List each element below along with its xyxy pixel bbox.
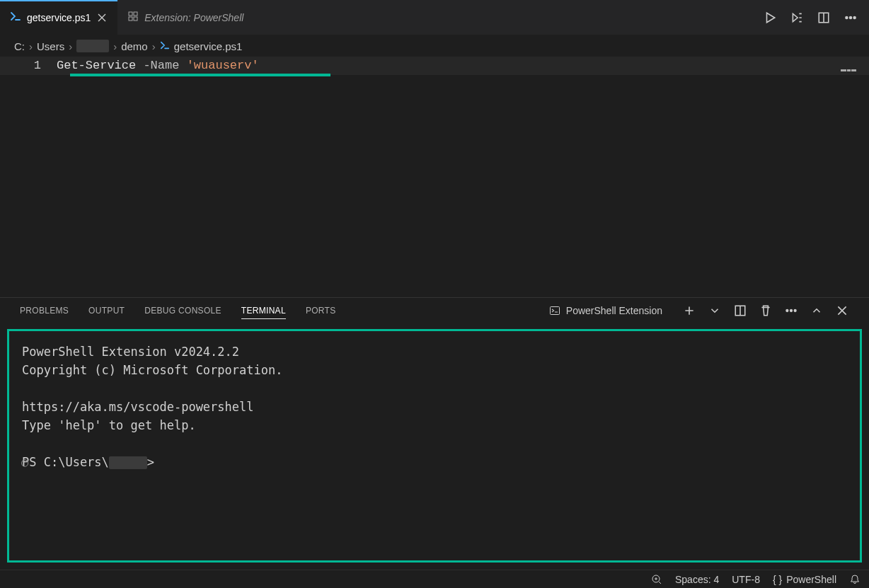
run-icon[interactable] xyxy=(763,11,777,25)
close-panel-icon[interactable] xyxy=(835,304,849,318)
chevron-right-icon: › xyxy=(152,40,156,52)
code-editor[interactable]: 1 Get-Service -Name 'wuauserv' xyxy=(0,57,869,297)
close-icon[interactable] xyxy=(96,12,108,23)
highlight-underline xyxy=(70,74,330,76)
tab-output[interactable]: OUTPUT xyxy=(88,303,125,318)
breadcrumb-seg: getservice.ps1 xyxy=(174,40,243,52)
status-encoding[interactable]: UTF-8 xyxy=(732,574,760,585)
chevron-down-icon[interactable] xyxy=(708,304,722,318)
code-line[interactable]: Get-Service -Name 'wuauserv' xyxy=(57,57,259,75)
run-below-icon[interactable] xyxy=(790,11,804,25)
minimap[interactable] xyxy=(841,59,863,64)
svg-rect-1 xyxy=(134,12,137,16)
status-language[interactable]: { } PowerShell xyxy=(773,574,836,585)
breadcrumb[interactable]: C: › Users › › demo › getservice.ps1 xyxy=(0,35,869,57)
chevron-right-icon: › xyxy=(29,40,33,52)
svg-rect-2 xyxy=(129,17,132,21)
tab-terminal[interactable]: TERMINAL xyxy=(241,303,286,319)
terminal-output[interactable]: PowerShell Extension v2024.2.2 Copyright… xyxy=(7,329,862,563)
breadcrumb-seg: C: xyxy=(14,40,25,52)
svg-rect-3 xyxy=(134,17,137,21)
status-spaces[interactable]: Spaces: 4 xyxy=(675,574,719,585)
powershell-icon xyxy=(160,40,170,52)
editor-actions xyxy=(752,0,869,35)
status-bar: Spaces: 4 UTF-8 { } PowerShell xyxy=(0,570,869,588)
split-terminal-icon[interactable] xyxy=(733,304,747,318)
tab-problems[interactable]: PROBLEMS xyxy=(20,303,69,318)
prompt-indicator-icon: ○ xyxy=(21,453,28,471)
svg-point-12 xyxy=(794,310,796,312)
terminal-line: Type 'help' to get help. xyxy=(22,416,847,434)
trash-icon[interactable] xyxy=(759,304,773,318)
status-zoom[interactable] xyxy=(651,574,662,585)
powershell-icon xyxy=(10,11,21,24)
prompt-user-redacted xyxy=(109,456,147,469)
panel-tabs: PROBLEMS OUTPUT DEBUG CONSOLE TERMINAL P… xyxy=(0,298,869,323)
new-terminal-icon[interactable] xyxy=(682,304,696,318)
svg-rect-8 xyxy=(550,307,559,315)
tab-label: Extension: PowerShell xyxy=(144,12,243,23)
breadcrumb-seg: Users xyxy=(37,40,64,52)
svg-point-5 xyxy=(846,16,848,18)
split-editor-icon[interactable] xyxy=(817,11,831,25)
tab-label: getservice.ps1 xyxy=(27,12,91,23)
svg-point-6 xyxy=(850,16,852,18)
svg-point-10 xyxy=(786,310,788,312)
bottom-panel: PROBLEMS OUTPUT DEBUG CONSOLE TERMINAL P… xyxy=(0,297,869,570)
svg-rect-0 xyxy=(129,12,132,16)
svg-point-7 xyxy=(853,16,856,18)
chevron-right-icon: › xyxy=(113,40,117,52)
tab-extension[interactable]: Extension: PowerShell xyxy=(117,0,253,35)
terminal-line: https://aka.ms/vscode-powershell xyxy=(22,398,847,416)
terminal-line: PowerShell Extension v2024.2.2 xyxy=(22,342,847,361)
svg-point-11 xyxy=(790,310,793,312)
more-icon[interactable] xyxy=(784,304,798,318)
more-icon[interactable] xyxy=(844,11,858,25)
terminal-line: Copyright (c) Microsoft Corporation. xyxy=(22,361,847,379)
terminal-prompt[interactable]: ○ PS C:\Users\> xyxy=(22,453,847,471)
tab-ports[interactable]: PORTS xyxy=(306,303,336,318)
braces-icon: { } xyxy=(773,574,782,585)
tab-bar: getservice.ps1 Extension: PowerShell xyxy=(0,0,869,35)
status-bell-icon[interactable] xyxy=(849,574,861,585)
chevron-up-icon[interactable] xyxy=(810,304,824,318)
line-number: 1 xyxy=(0,57,57,75)
tab-active-file[interactable]: getservice.ps1 xyxy=(0,0,117,35)
terminal-selector[interactable]: PowerShell Extension xyxy=(549,305,662,316)
breadcrumb-seg: demo xyxy=(121,40,148,52)
extensions-icon xyxy=(127,11,139,25)
breadcrumb-seg-redacted xyxy=(76,40,109,52)
terminal-selector-label: PowerShell Extension xyxy=(566,305,662,316)
tab-debug-console[interactable]: DEBUG CONSOLE xyxy=(144,303,221,318)
chevron-right-icon: › xyxy=(69,40,72,52)
